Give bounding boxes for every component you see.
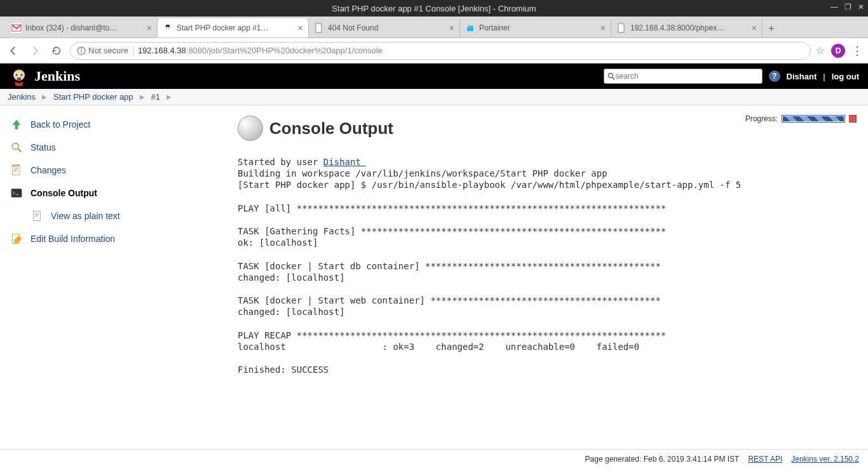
sidebar-changes[interactable]: Changes <box>9 159 222 182</box>
security-badge[interactable]: Not secure <box>77 46 134 55</box>
footer: Page generated: Feb 6, 2019 3:41:14 PM I… <box>0 449 868 468</box>
notepad-edit-icon <box>9 231 24 246</box>
info-icon <box>77 46 86 55</box>
tab-gmail[interactable]: Inbox (324) - dishant@to… × <box>6 18 158 37</box>
crumb-jenkins[interactable]: Jenkins <box>8 92 36 102</box>
content-area: Progress: Console Output Started by user… <box>222 105 868 382</box>
tab-title: 404 Not Found <box>328 23 447 32</box>
tab-404[interactable]: 404 Not Found × <box>309 18 460 37</box>
close-icon[interactable]: × <box>752 23 757 33</box>
svg-point-4 <box>166 26 167 27</box>
search-box[interactable] <box>604 69 763 84</box>
separator: | <box>823 72 825 81</box>
chevron-right-icon: ▶ <box>140 93 145 100</box>
back-button[interactable] <box>5 43 22 59</box>
tab-phpex[interactable]: 192.168.4.38:8000/phpex… × <box>611 18 763 37</box>
search-input[interactable] <box>616 72 759 81</box>
svg-rect-9 <box>471 25 473 27</box>
search-icon <box>9 140 24 155</box>
gmail-icon <box>11 23 22 33</box>
sidebar-back-to-project[interactable]: Back to Project <box>9 113 222 136</box>
tab-title: 192.168.4.38:8000/phpex… <box>630 23 749 32</box>
window-titlebar: Start PHP docker app #1 Console [Jenkins… <box>0 0 868 17</box>
svg-point-5 <box>168 26 170 27</box>
up-arrow-icon <box>9 117 24 132</box>
notepad-icon <box>9 163 24 178</box>
header-right: ? Dishant | log out <box>604 69 859 84</box>
sidebar-label: Console Output <box>31 188 97 198</box>
sidebar-label: Changes <box>31 165 66 175</box>
sidebar-label: View as plain text <box>51 211 120 221</box>
help-icon[interactable]: ? <box>769 70 780 82</box>
console-log-body: Building in workspace /var/lib/jenkins/w… <box>238 168 741 375</box>
console-log: Started by user Dishant Building in work… <box>238 156 855 376</box>
svg-rect-17 <box>17 77 21 81</box>
close-window-icon[interactable]: ✕ <box>858 3 864 11</box>
profile-avatar[interactable]: D <box>831 44 845 58</box>
chevron-right-icon: ▶ <box>42 93 47 100</box>
minimize-icon[interactable]: — <box>831 3 838 11</box>
page-icon <box>314 23 324 33</box>
jenkins-header: Jenkins ? Dishant | log out <box>0 64 868 89</box>
jenkins-logo-text: Jenkins <box>34 68 80 84</box>
user-link[interactable]: Dishant <box>787 72 817 81</box>
close-icon[interactable]: × <box>449 23 454 33</box>
svg-point-12 <box>81 48 82 50</box>
svg-point-16 <box>21 74 23 76</box>
terminal-icon <box>9 185 24 201</box>
search-icon <box>607 72 616 81</box>
bookmark-star-icon[interactable]: ☆ <box>816 44 825 57</box>
build-status-ball-icon <box>238 116 263 141</box>
svg-rect-7 <box>467 27 473 31</box>
reload-button[interactable] <box>48 43 65 59</box>
jenkins-icon <box>163 23 173 33</box>
close-icon[interactable]: × <box>147 23 152 33</box>
page-icon <box>616 23 627 33</box>
tab-title: Start PHP docker app #1… <box>177 23 295 32</box>
sidebar-label: Status <box>31 142 56 152</box>
breadcrumb: Jenkins ▶ Start PHP docker app ▶ #1 ▶ <box>0 89 868 105</box>
logout-link[interactable]: log out <box>832 72 859 81</box>
close-icon[interactable]: × <box>298 23 303 33</box>
tab-portainer[interactable]: Portainer × <box>460 18 611 37</box>
forward-button[interactable] <box>27 43 43 59</box>
sidebar-label: Back to Project <box>31 119 90 130</box>
close-icon[interactable]: × <box>600 23 606 33</box>
svg-point-19 <box>12 143 18 149</box>
stop-build-button[interactable] <box>849 115 857 123</box>
tab-title: Portainer <box>479 23 598 32</box>
crumb-build[interactable]: #1 <box>151 92 160 102</box>
svg-rect-21 <box>11 189 22 197</box>
window-controls: — ❐ ✕ <box>831 3 864 11</box>
svg-rect-8 <box>468 25 470 27</box>
portainer-icon <box>465 23 475 33</box>
addressbar-right: ☆ D ⋮ <box>816 44 863 58</box>
sidebar-edit-build-info[interactable]: Edit Build Information <box>9 227 222 250</box>
page-generated-text: Page generated: Feb 6, 2019 3:41:14 PM I… <box>585 455 740 464</box>
browser-menu-icon[interactable]: ⋮ <box>851 44 863 58</box>
progress-label: Progress: <box>745 114 778 123</box>
svg-rect-13 <box>81 50 81 52</box>
document-icon <box>29 208 44 224</box>
progress-indicator: Progress: <box>745 114 857 123</box>
address-field[interactable]: Not secure 192.168.4.38:8080/job/Start%2… <box>70 42 811 60</box>
sidebar-console-output[interactable]: Console Output <box>9 182 222 204</box>
user-link[interactable]: Dishant <box>323 157 366 167</box>
progress-bar <box>782 115 845 123</box>
jenkins-logo-area[interactable]: Jenkins <box>9 66 80 86</box>
svg-rect-22 <box>34 211 41 221</box>
sidebar: Back to Project Status Changes Console O… <box>0 105 222 382</box>
maximize-icon[interactable]: ❐ <box>844 3 851 11</box>
browser-addressbar: Not secure 192.168.4.38:8080/job/Start%2… <box>0 38 868 64</box>
chevron-right-icon: ▶ <box>166 93 172 100</box>
sidebar-view-plain-text[interactable]: View as plain text <box>9 204 222 227</box>
window-title: Start PHP docker app #1 Console [Jenkins… <box>332 4 536 13</box>
version-link[interactable]: Jenkins ver. 2.150.2 <box>791 455 859 464</box>
sidebar-status[interactable]: Status <box>9 136 222 159</box>
rest-api-link[interactable]: REST API <box>748 455 782 464</box>
tab-jenkins[interactable]: Start PHP docker app #1… × <box>158 18 309 37</box>
page-title: Console Output <box>269 119 393 138</box>
new-tab-button[interactable]: + <box>763 20 780 37</box>
crumb-job[interactable]: Start PHP docker app <box>53 92 133 102</box>
not-secure-label: Not secure <box>88 46 128 55</box>
